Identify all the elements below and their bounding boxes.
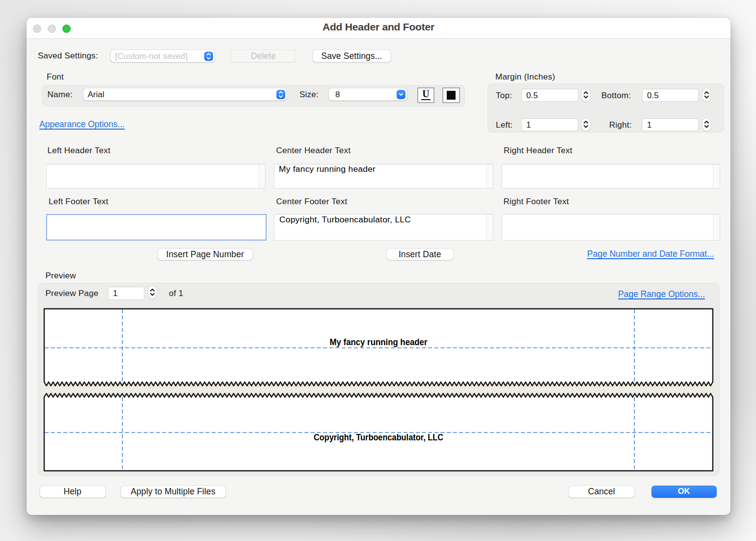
- svg-text:Copyright, Turboencabulator, L: Copyright, Turboencabulator, LLC: [314, 433, 443, 442]
- svg-text:My fancy running header: My fancy running header: [330, 337, 428, 347]
